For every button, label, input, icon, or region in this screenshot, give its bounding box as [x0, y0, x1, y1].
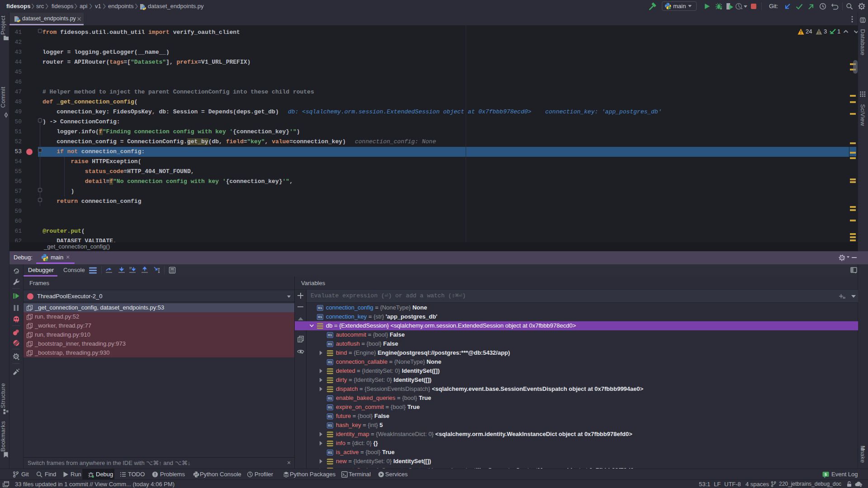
svg-text:5: 5 [825, 472, 827, 477]
